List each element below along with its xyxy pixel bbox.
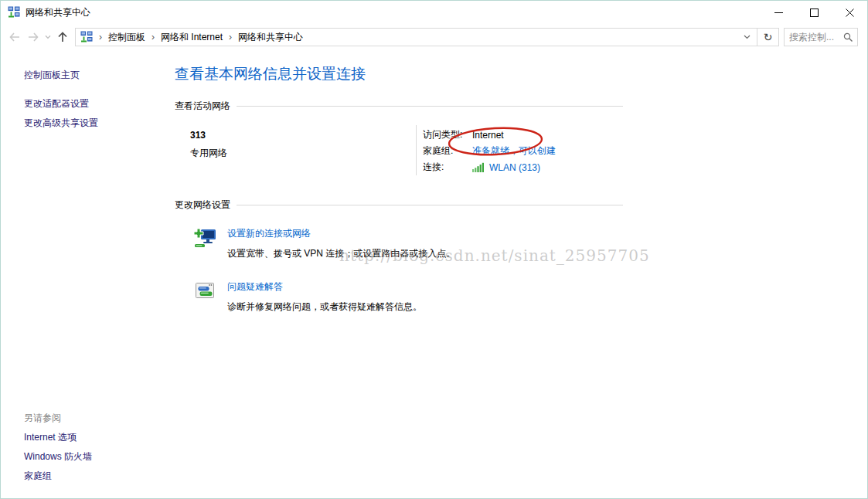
connection-label: 连接:	[423, 161, 472, 174]
breadcrumb-network-internet[interactable]: 网络和 Internet	[156, 31, 227, 44]
sidebar-item-change-advanced-sharing[interactable]: 更改高级共享设置	[24, 114, 167, 133]
section-divider	[237, 106, 623, 107]
setup-new-connection-link[interactable]: 设置新的连接或网络	[227, 227, 455, 240]
sidebar-item-control-panel-home[interactable]: 控制面板主页	[24, 66, 167, 85]
maximize-icon	[810, 8, 819, 17]
recent-pages-dropdown[interactable]	[43, 28, 53, 46]
chevron-down-icon	[744, 35, 751, 39]
arrow-left-icon	[9, 32, 21, 42]
page-title: 查看基本网络信息并设置连接	[175, 64, 867, 84]
setup-new-connection-desc: 设置宽带、拨号或 VPN 连接；或设置路由器或接入点。	[227, 247, 455, 260]
access-type-value: Internet	[472, 130, 504, 141]
navigation-toolbar: › 控制面板 › 网络和 Internet › 网络和共享中心 ↻	[1, 24, 867, 50]
minimize-icon	[774, 8, 783, 17]
task-setup-new-connection: 设置新的连接或网络 设置宽带、拨号或 VPN 连接；或设置路由器或接入点。	[192, 226, 867, 260]
task-text: 设置新的连接或网络 设置宽带、拨号或 VPN 连接；或设置路由器或接入点。	[227, 226, 455, 260]
close-button[interactable]	[832, 1, 867, 24]
sidebar: 控制面板主页 更改适配器设置 更改高级共享设置 另请参阅 Internet 选项…	[1, 50, 167, 498]
refresh-icon: ↻	[764, 31, 773, 43]
network-sharing-center-window: 网络和共享中心	[0, 0, 868, 499]
section-divider	[237, 205, 623, 205]
network-type: 专用网络	[190, 147, 416, 160]
change-network-settings-label: 更改网络设置	[175, 199, 230, 212]
sidebar-item-windows-firewall[interactable]: Windows 防火墙	[24, 447, 167, 467]
main-panel: 查看基本网络信息并设置连接 查看活动网络 313 专用网络 访问类型: Inte…	[167, 50, 867, 498]
homegroup-label: 家庭组:	[423, 144, 472, 158]
change-network-settings-section-header: 更改网络设置	[175, 199, 623, 212]
refresh-button[interactable]: ↻	[757, 28, 779, 46]
close-icon	[846, 8, 854, 17]
new-connection-icon	[192, 226, 217, 250]
wifi-signal-icon	[472, 162, 485, 172]
connection-row: 连接: WLAN (313)	[423, 159, 556, 175]
network-name: 313	[190, 130, 416, 141]
arrow-up-icon	[57, 31, 68, 43]
homegroup-ready-link[interactable]: 准备就绪，可以创建	[472, 144, 556, 158]
arrow-right-icon	[27, 32, 39, 42]
network-info: 访问类型: Internet 家庭组: 准备就绪，可以创建 连接:	[417, 125, 556, 175]
breadcrumb-network-sharing-center[interactable]: 网络和共享中心	[233, 31, 308, 44]
task-text: 问题疑难解答 诊断并修复网络问题，或者获得疑难解答信息。	[227, 279, 422, 314]
address-bar[interactable]: › 控制面板 › 网络和 Internet › 网络和共享中心	[75, 28, 757, 46]
sidebar-item-internet-options[interactable]: Internet 选项	[24, 428, 167, 447]
network-location-icon	[80, 31, 93, 43]
troubleshoot-icon	[192, 279, 217, 304]
access-type-label: 访问类型:	[423, 128, 472, 141]
task-list: 设置新的连接或网络 设置宽带、拨号或 VPN 连接；或设置路由器或接入点。	[192, 226, 867, 314]
homegroup-row: 家庭组: 准备就绪，可以创建	[423, 143, 556, 159]
troubleshoot-desc: 诊断并修复网络问题，或者获得疑难解答信息。	[227, 300, 422, 314]
search-icon[interactable]	[843, 32, 853, 42]
maximize-button[interactable]	[796, 1, 832, 24]
address-dropdown-button[interactable]	[740, 35, 754, 39]
window-content: 控制面板主页 更改适配器设置 更改高级共享设置 另请参阅 Internet 选项…	[1, 50, 867, 498]
troubleshoot-link[interactable]: 问题疑难解答	[227, 280, 422, 294]
search-box[interactable]	[784, 28, 858, 46]
window-title: 网络和共享中心	[26, 6, 90, 19]
network-identity: 313 专用网络	[190, 125, 416, 175]
title-bar: 网络和共享中心	[1, 1, 867, 24]
see-also-section: 另请参阅 Internet 选项 Windows 防火墙 家庭组	[24, 409, 167, 486]
active-network-block: 313 专用网络 访问类型: Internet 家庭组: 准备就绪，可以创建 连…	[190, 125, 623, 175]
chevron-down-icon	[45, 35, 51, 39]
sidebar-item-homegroup[interactable]: 家庭组	[24, 467, 167, 486]
forward-button[interactable]	[24, 28, 43, 46]
access-type-row: 访问类型: Internet	[423, 127, 556, 143]
breadcrumb-separator[interactable]: ›	[150, 32, 156, 42]
back-button[interactable]	[5, 28, 24, 46]
up-button[interactable]	[53, 28, 72, 46]
breadcrumb-separator[interactable]: ›	[227, 32, 233, 42]
wlan-connection-link[interactable]: WLAN (313)	[489, 162, 540, 173]
breadcrumb-separator[interactable]: ›	[97, 32, 104, 42]
breadcrumb-control-panel[interactable]: 控制面板	[104, 31, 150, 44]
active-networks-section-header: 查看活动网络	[175, 100, 623, 113]
see-also-header: 另请参阅	[24, 409, 167, 428]
sidebar-item-change-adapter-settings[interactable]: 更改适配器设置	[24, 94, 167, 114]
network-app-icon	[8, 6, 20, 19]
minimize-button[interactable]	[761, 1, 796, 24]
task-troubleshoot: 问题疑难解答 诊断并修复网络问题，或者获得疑难解答信息。	[192, 279, 867, 314]
active-networks-label: 查看活动网络	[175, 100, 230, 113]
search-input[interactable]	[789, 32, 843, 42]
